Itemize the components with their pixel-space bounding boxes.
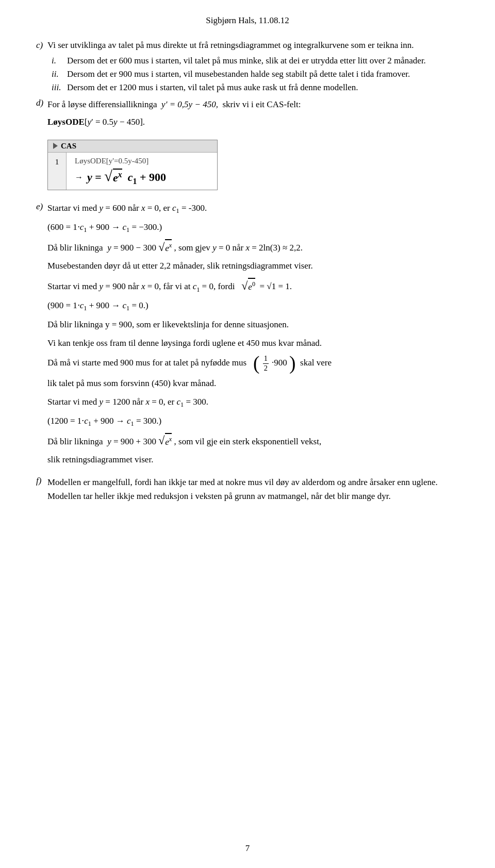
left-paren: ( xyxy=(253,353,259,374)
sub-ii-label: ii. xyxy=(52,69,67,79)
section-e-p7: Då må vi starte med 900 mus for at talet… xyxy=(47,354,459,373)
section-c-text: Vi ser utviklinga av talet på mus direkt… xyxy=(47,40,414,50)
section-e-p8: lik talet på mus som forsvinn (450) kvar… xyxy=(47,377,459,390)
section-e-p9: Startar vi med y = 1200 når x = 0, er c1… xyxy=(47,395,459,410)
cas-label: CAS xyxy=(61,142,76,151)
section-e-p3: Musebestanden døyr då ut etter 2,2 månad… xyxy=(47,259,459,273)
frac-numerator: 1 xyxy=(263,354,269,363)
section-e-label: e) xyxy=(36,202,47,212)
cas-triangle-icon xyxy=(53,143,58,149)
section-d-loysode: LøysODE[y′ = 0.5y − 450]. xyxy=(47,115,459,129)
sqrt-symbol: √ xyxy=(104,169,112,184)
sub-iii-content: Dersom det er 1200 mus i starten, vil ta… xyxy=(67,82,459,93)
section-d-label: d) xyxy=(36,98,47,108)
cas-output: → y = √ ex c1 + 900 xyxy=(75,169,166,186)
fraction-half: 1 2 xyxy=(263,354,269,373)
sqrt-content: ex xyxy=(113,169,122,185)
frac-denominator: 2 xyxy=(263,364,269,373)
sub-i-content: Dersom det er 600 mus i starten, vil tal… xyxy=(67,56,459,66)
cas-arrow-icon: → xyxy=(75,173,83,182)
sqrt-ex-1: √ ex xyxy=(158,239,172,255)
header-title: Sigbjørn Hals, 11.08.12 xyxy=(206,15,289,25)
cas-box: CAS 1 LøysODE[y'=0.5y-450] → y = √ ex xyxy=(47,140,218,191)
cas-input-text: LøysODE[y'=0.5y-450] xyxy=(75,157,166,165)
cas-row-number: 1 xyxy=(48,153,67,190)
sub-item-ii: ii. Dersom det er 900 mus i starten, vil… xyxy=(36,69,459,79)
cas-result: y = √ ex c1 + 900 xyxy=(87,169,166,186)
section-d: d) For å løyse differensiallikninga y′ =… xyxy=(36,98,459,196)
section-f-content: Modellen er mangelfull, fordi han ikkje … xyxy=(47,476,459,507)
section-f-text: Modellen er mangelfull, fordi han ikkje … xyxy=(47,476,459,503)
section-e-p11: slik retningsdiagrammet viser. xyxy=(47,453,459,466)
sub-item-iii: iii. Dersom det er 1200 mus i starten, v… xyxy=(36,82,459,93)
section-e-eq1: (600 = 1⋅c1 + 900 → c1 = −300.) xyxy=(47,221,459,235)
section-e-p6: Vi kan tenkje oss fram til denne løysing… xyxy=(47,337,459,350)
section-c-content: Vi ser utviklinga av talet på mus direkt… xyxy=(47,40,459,51)
section-d-intro-text: For å løyse differensiallikninga y′ = 0,… xyxy=(47,98,459,111)
section-e-eq2: (900 = 1⋅c1 + 900 → c1 = 0.) xyxy=(47,299,459,313)
sqrt-cnt-3: ex xyxy=(165,433,172,449)
page-header: Sigbjørn Hals, 11.08.12 xyxy=(36,15,459,26)
cas-row-content: LøysODE[y'=0.5y-450] → y = √ ex c1 + 900 xyxy=(67,153,174,190)
sub-i-label: i. xyxy=(52,56,67,66)
sub-iii-label: iii. xyxy=(52,82,67,93)
section-f-label: f) xyxy=(36,476,47,486)
page-number: 7 xyxy=(245,843,250,854)
right-paren: ) xyxy=(289,353,295,374)
section-e-p4: Startar vi med y = 900 når x = 0, får vi… xyxy=(47,278,459,295)
section-e-p1: Startar vi med y = 600 når x = 0, er c1 … xyxy=(47,202,459,216)
sqrt-e0: √ e0 xyxy=(241,278,255,294)
sqrt-ex-2: √ ex xyxy=(158,433,172,449)
cas-body: 1 LøysODE[y'=0.5y-450] → y = √ ex c1 + 9… xyxy=(48,153,217,190)
sqrt-cnt-1: ex xyxy=(165,239,172,255)
sqrt-sym-2: √ xyxy=(241,280,248,292)
sqrt-cnt-2: e0 xyxy=(248,278,255,294)
sub-item-i: i. Dersom det er 600 mus i starten, vil … xyxy=(36,56,459,66)
section-c: c) Vi ser utviklinga av talet på mus dir… xyxy=(36,40,459,51)
section-e-p10: Då blir likninga y = 900 + 300 √ ex , so… xyxy=(47,433,459,449)
section-d-content: For å løyse differensiallikninga y′ = 0,… xyxy=(47,98,459,196)
section-e: e) Startar vi med y = 600 når x = 0, er … xyxy=(36,202,459,471)
section-f: f) Modellen er mangelfull, fordi han ikk… xyxy=(36,476,459,507)
section-e-p2: Då blir likninga y = 900 − 300 √ ex , so… xyxy=(47,239,459,255)
sub-ii-content: Dersom det er 900 mus i starten, vil mus… xyxy=(67,69,459,79)
section-e-content: Startar vi med y = 600 når x = 0, er c1 … xyxy=(47,202,459,471)
sqrt-sym-3: √ xyxy=(158,435,164,446)
section-c-label: c) xyxy=(36,40,47,51)
cas-header: CAS xyxy=(48,140,217,153)
section-e-eq3: (1200 = 1⋅c1 + 900 → c1 = 300.) xyxy=(47,414,459,429)
section-d-equation: y′ = 0,5y − 450, xyxy=(161,99,218,109)
sqrt-expression: √ ex xyxy=(104,169,122,185)
section-e-p5: Då blir likninga y = 900, som er likevek… xyxy=(47,318,459,331)
sqrt-sym-1: √ xyxy=(158,242,164,253)
